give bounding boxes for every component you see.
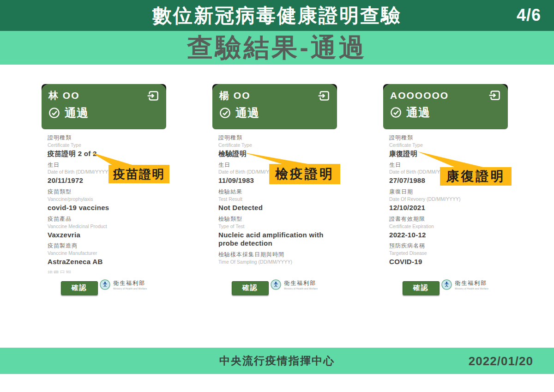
field-targeted-disease: 預防疾病名稱 Targeted Disease COVID-19 [389,243,501,266]
callout-vaccine-certificate: 疫苗證明 [108,165,169,183]
field-sublabel: Targeted Disease [389,250,501,256]
field-test-result: 檢驗結果 Test Result Not Detected [218,189,331,212]
field-label: 疫苗製造商 [48,243,160,249]
field-label: 證明種類 [48,135,160,141]
result-title: 查驗結果-通過 [187,30,367,66]
field-sublabel: Vanccine Manufacturer [48,250,160,256]
mohw-logo: 衛生福利部 Ministry of Health and Welfare [441,279,488,290]
card-actions: 確認 衛生福利部 Ministry of Health and Welfare [212,273,337,295]
callout-pointer [417,151,487,168]
confirm-button[interactable]: 確認 [403,281,440,295]
card-header: 楊 OO 通過 [212,84,337,129]
card-actions: 確認 衛生福利部 Ministry of Health and Welfare [383,273,508,295]
certificate-card-vaccine: 林 OO 通過 證明種類 C [42,84,166,277]
slide-page: 數位新冠病毒健康證明查驗 4/6 查驗結果-通過 林 OO [0,0,554,392]
mohw-logo-text: 衛生福利部 [455,279,487,287]
mohw-logo: 衛生福利部 Ministry of Health and Welfare [100,279,147,290]
holder-name: 林 OO [48,89,80,102]
callout-pointer [91,152,135,165]
field-label: 預防疾病名稱 [389,243,501,249]
field-sublabel: Vanccine Medicinal Product [48,223,160,229]
field-recovery-date: 康復日期 Date Of Revoery (DD/MM/YYYY) 12/10/… [389,189,501,212]
field-label: 疫苗產品 [48,216,160,223]
field-time-of-sampling: 檢驗樣本採集日期與時間 Time Of Sampling (DD/MM/YYYY… [218,252,331,265]
field-certificate-expiration: 證書有效期限 Certificate Expiration 2022-10-12 [389,216,501,240]
check-circle-icon [390,106,402,119]
field-label: 疫苗類型 [48,189,160,195]
field-label: 證明種類 [389,135,501,141]
footer-banner: 中央流行疫情指揮中心 2022/01/20 [0,348,554,374]
mohw-logo-subtext: Ministry of Health and Welfare [455,287,488,290]
field-label: 證書有效期限 [389,216,501,223]
callout-label: 疫苗證明 [108,165,169,183]
page-counter: 4/6 [517,6,541,25]
card-body: 證明種類 Certificate Type 檢驗證明 生日 Date of Bi… [212,129,337,265]
field-label: 檢驗類型 [218,216,331,223]
status-passed: 通過 [235,105,259,121]
field-test-type: 檢驗類型 Type of Test Nucleic acid amplifica… [218,216,331,248]
field-sublabel: Certificate Expiration [389,223,501,229]
field-label: 證明種類 [218,135,331,141]
check-circle-icon [219,107,231,119]
card-header: 林 OO 通過 [42,84,166,129]
slide-title: 數位新冠病毒健康證明查驗 [152,3,402,29]
field-label: 檢驗樣本採集日期與時間 [218,252,331,258]
status-passed: 通過 [406,105,430,120]
mohw-emblem-icon [441,279,452,290]
mohw-logo-text: 衛生福利部 [113,279,145,287]
mohw-emblem-icon [271,279,281,290]
mohw-logo: 衛生福利部 Ministry of Health and Welfare [271,279,318,290]
field-value: Nucleic acid amplification with probe de… [218,231,331,248]
callout-label: 康復證明 [440,167,512,186]
callout-label: 檢疫證明 [269,164,340,184]
top-banner: 數位新冠病毒健康證明查驗 4/6 [0,0,554,31]
field-value: 12/10/2021 [389,204,501,212]
field-sublabel: Certificate Type [48,142,160,148]
holder-name: 楊 OO [219,89,251,102]
mohw-logo-text: 衛生福利部 [284,279,316,287]
field-vaccine-type: 疫苗類型 Vanccine/prophylaxis covid-19 vacci… [48,189,160,212]
logout-icon[interactable] [318,90,330,102]
field-sublabel: Time Of Sampling (DD/MM/YYYY) [218,259,331,265]
logout-icon[interactable] [147,90,159,102]
mohw-logo-subtext: Ministry of Health and Welfare [284,287,318,290]
sub-banner: 查驗結果-通過 [0,31,554,65]
card-actions: 確認 衛生福利部 Ministry of Health and Welfare [42,273,166,295]
field-value: Not Detected [218,204,331,212]
field-sublabel: Test Result [218,196,331,202]
card-body: 證明種類 Certificate Type 康復證明 生日 Date of Bi… [383,129,508,266]
confirm-button[interactable]: 確認 [61,281,98,295]
field-sublabel: Type of Test [218,223,331,229]
check-circle-icon [48,107,60,119]
card-header: AOOOOOO 通過 [383,84,508,129]
field-value: COVID-19 [389,258,501,266]
field-label: 康復日期 [389,189,501,195]
field-sublabel: Certificate Type [389,142,501,148]
card-body: 證明種類 Certificate Type 疫苗證明 2 of 2 生日 Dat… [42,129,166,273]
field-label: 檢驗結果 [218,189,331,195]
field-value: 2022-10-12 [389,231,501,240]
callout-quarantine-certificate: 檢疫證明 [269,164,340,184]
footer-org: 中央流行疫情指揮中心 [219,354,335,368]
field-vaccine-manufacturer: 疫苗製造商 Vanccine Manufacturer AstraZeneca … [48,243,160,266]
field-label: 接種日期 [48,270,160,273]
holder-name: AOOOOOO [390,90,449,101]
confirm-button[interactable]: 確認 [232,281,269,295]
certificate-card-recovery: AOOOOOO 通過 證明種類 [383,84,508,270]
field-value: Vaxzevria [48,231,160,240]
field-sublabel: Vanccine/prophylaxis [48,196,160,202]
callout-pointer [243,152,312,164]
field-vaccine-product: 疫苗產品 Vanccine Medicinal Product Vaxzevri… [48,216,160,240]
callout-recovery-certificate: 康復證明 [440,167,512,186]
field-sublabel: Certificate Type [218,142,331,148]
certificate-card-test: 楊 OO 通過 證明種類 C [212,84,337,268]
field-vaccination-date-clipped: 接種日期 [48,270,160,273]
mohw-emblem-icon [100,279,110,290]
logout-icon[interactable] [488,89,501,102]
status-passed: 通過 [65,105,89,121]
field-sublabel: Date Of Revoery (DD/MM/YYYY) [389,196,501,202]
field-value: AstraZeneca AB [48,258,160,266]
mohw-logo-subtext: Ministry of Health and Welfare [113,287,147,290]
field-value: covid-19 vaccines [48,204,160,212]
footer-date: 2022/01/20 [469,354,533,368]
